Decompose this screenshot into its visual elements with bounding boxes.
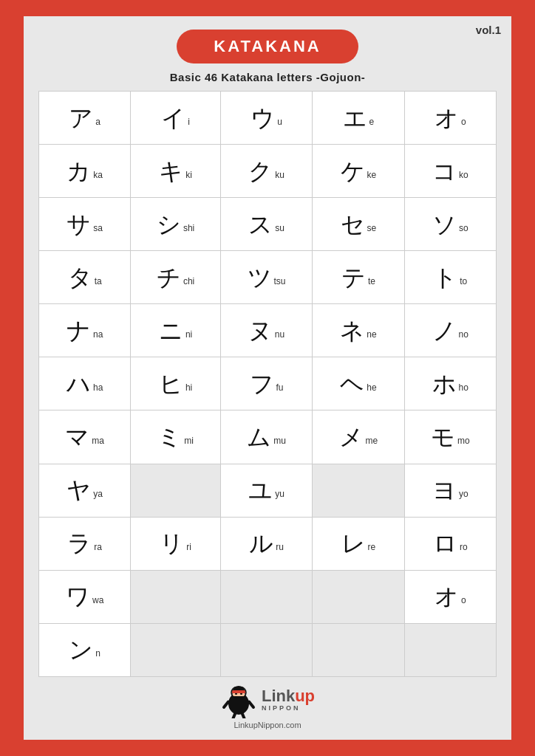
cell-content: スsu [222,213,311,236]
romaji-char: sa [93,223,103,233]
kana-char: コ [432,159,457,183]
table-cell: ヌnu [220,304,312,357]
table-cell: ヨyo [404,464,496,517]
table-cell: オo [404,570,496,623]
cell-content: ヒhi [132,372,219,396]
table-cell: ヘhe [313,357,404,410]
romaji-char: to [460,276,467,286]
subtitle: Basic 46 Katakana letters -Gojuon- [170,71,366,83]
romaji-char: na [93,329,103,340]
table-cell: テte [313,251,404,304]
kana-char: ネ [340,319,364,343]
romaji-char: su [275,223,284,233]
table-cell: ワwa [39,570,131,623]
kana-char: タ [68,266,92,289]
romaji-char: mi [184,436,194,446]
romaji-char: so [459,223,468,233]
table-cell: ユyu [220,464,312,517]
kana-char: テ [341,266,366,289]
kana-char: ケ [341,159,365,183]
cell-content: オo [406,106,495,130]
table-cell: ンn [39,623,131,676]
table-cell: ラra [39,517,131,570]
cell-content: ムmu [222,425,311,449]
kana-char: ア [69,106,93,130]
romaji-char: o [461,117,466,127]
kana-char: ツ [248,266,272,289]
cell-content: タta [40,266,129,289]
cell-content: ノno [406,319,495,343]
romaji-char: i [188,117,190,127]
romaji-char: ke [367,170,377,180]
kana-char: シ [157,213,181,236]
kana-char: レ [341,532,366,555]
cell-content: チchi [132,266,219,289]
romaji-char: nu [275,329,284,340]
svg-line-7 [224,702,228,708]
cell-content: ウu [222,106,311,130]
cell-content: トto [406,266,495,289]
cell-content: ヘhe [313,372,403,396]
kana-char: ク [248,159,273,183]
title-pill: KATAKANA [177,30,358,63]
table-cell: シshi [131,198,220,251]
cell-content: エe [313,106,403,130]
kana-char: ヒ [159,372,183,396]
cell-content: ナna [40,319,129,343]
kana-char: マ [65,425,89,449]
kana-char: ヘ [340,372,364,396]
romaji-char: yu [275,489,284,499]
romaji-char: n [95,648,100,659]
table-cell: ハha [39,357,131,410]
cell-content: ヌnu [222,319,311,343]
kana-char: セ [341,213,365,236]
cell-content: メme [313,425,403,449]
kana-char: サ [67,213,91,236]
kana-char: ハ [67,372,91,396]
table-cell: マma [39,410,131,464]
cell-content: ソso [406,213,495,236]
kana-char: ロ [433,532,457,555]
svg-line-10 [242,714,245,718]
table-cell [131,570,220,623]
cell-content: テte [313,266,403,289]
brand-up-part: up [295,687,315,705]
cell-content: モmo [406,425,495,449]
table-cell: セse [313,198,404,251]
cell-content: ツtsu [222,266,311,289]
footer-url: LinkupNippon.com [234,721,301,729]
romaji-char: re [368,542,376,552]
cell-content: フfu [222,372,311,396]
table-cell: モmo [404,410,496,464]
romaji-char: se [367,223,377,233]
cell-content: ヨyo [406,478,495,502]
romaji-char: ha [93,382,103,393]
kana-char: ト [433,266,457,289]
cell-content: ホho [406,372,495,396]
svg-line-8 [249,702,253,708]
table-cell: クku [220,145,312,198]
romaji-char: shi [183,223,194,233]
table-cell: タta [39,251,131,304]
table-cell: ノno [404,304,496,357]
kana-char: ミ [157,425,182,449]
svg-line-9 [233,714,235,718]
cell-content: セse [313,213,403,236]
romaji-char: wa [92,595,103,605]
table-cell: ヒhi [131,357,220,410]
cell-content: キki [132,159,219,183]
romaji-char: u [277,117,282,127]
table-cell: サsa [39,198,131,251]
table-cell: ロro [404,517,496,570]
kana-char: フ [250,372,274,396]
cell-content: レre [313,532,403,555]
romaji-char: tsu [274,276,286,286]
table-cell: ケke [313,145,404,198]
kana-char: ラ [67,532,92,555]
table-cell: ネne [313,304,404,357]
kana-char: オ [435,106,459,130]
cell-content: ユyu [222,478,311,502]
table-cell: ルru [220,517,312,570]
romaji-char: ya [93,489,103,499]
romaji-char: ka [93,170,103,180]
